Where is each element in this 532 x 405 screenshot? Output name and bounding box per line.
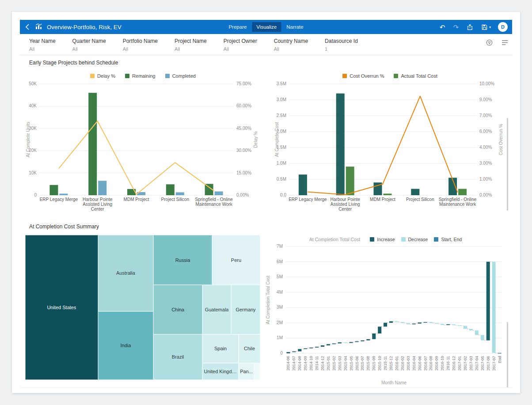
bar-actual-total-cost[interactable] bbox=[458, 189, 467, 195]
waterfall-bar[interactable] bbox=[344, 342, 347, 343]
waterfall-bar[interactable] bbox=[372, 333, 376, 339]
filter-project-name[interactable]: Project NameAll bbox=[175, 38, 207, 52]
treemap-cell-guatemala[interactable]: Guatemala bbox=[202, 285, 231, 334]
filter-project-owner[interactable]: Project OwnerAll bbox=[224, 38, 257, 52]
waterfall-bar[interactable] bbox=[458, 325, 461, 326]
waterfall-bar[interactable] bbox=[315, 347, 319, 348]
back-button[interactable] bbox=[24, 23, 30, 31]
save-button[interactable] bbox=[481, 23, 488, 31]
filter-year-name[interactable]: Year NameAll bbox=[29, 38, 56, 52]
legend-item-delay[interactable]: Delay % bbox=[90, 73, 115, 79]
bar-remaining[interactable] bbox=[166, 184, 175, 195]
waterfall-bar[interactable] bbox=[298, 349, 301, 351]
canvas-menu-icon[interactable] bbox=[501, 39, 509, 46]
waterfall-bar[interactable] bbox=[350, 342, 353, 343]
waterfall-bar[interactable] bbox=[366, 339, 370, 341]
svg-text:7.00%: 7.00% bbox=[479, 113, 492, 118]
waterfall-bar[interactable] bbox=[464, 326, 467, 329]
bar-completed[interactable] bbox=[215, 191, 223, 195]
waterfall-bar[interactable] bbox=[446, 324, 450, 325]
waterfall-bar[interactable] bbox=[338, 342, 342, 343]
waterfall-bar[interactable] bbox=[452, 324, 456, 325]
legend-item-cost-overrun[interactable]: Cost Overrun % bbox=[342, 73, 384, 79]
treemap-cell-australia[interactable]: Australia bbox=[98, 235, 153, 311]
waterfall-bar[interactable] bbox=[395, 321, 399, 322]
waterfall-bar[interactable] bbox=[332, 344, 336, 344]
waterfall-bar[interactable] bbox=[486, 262, 490, 341]
bar-actual-total-cost[interactable] bbox=[346, 167, 354, 195]
treemap-cell-china[interactable]: China bbox=[153, 285, 202, 334]
line-delay[interactable] bbox=[59, 121, 214, 194]
tab-visualize[interactable]: Visualize bbox=[252, 22, 281, 32]
treemap-cell-label: Chile bbox=[244, 346, 255, 351]
treemap-cell-united-states[interactable]: United States bbox=[25, 235, 98, 380]
user-avatar[interactable]: D bbox=[498, 22, 508, 32]
export-button[interactable] bbox=[466, 23, 474, 31]
legend-item-completed[interactable]: Completed bbox=[165, 73, 196, 79]
bar-at-complete-cost[interactable] bbox=[299, 174, 307, 195]
bar-at-complete-cost[interactable] bbox=[411, 189, 419, 195]
waterfall-bar[interactable] bbox=[292, 352, 296, 352]
treemap-cell-pan[interactable]: Pan... bbox=[239, 363, 254, 380]
legend-item-decrease[interactable]: Decrease bbox=[401, 237, 428, 242]
treemap-cell-united-kingdom[interactable]: United Kingdom bbox=[202, 363, 239, 380]
waterfall-bar[interactable] bbox=[286, 352, 290, 353]
waterfall-bar[interactable] bbox=[424, 322, 427, 323]
filter-datasource-id[interactable]: Datasource Id1 bbox=[325, 38, 358, 52]
waterfall-bar[interactable] bbox=[327, 344, 330, 345]
treemap-cell-spain[interactable]: Spain bbox=[202, 334, 239, 363]
save-menu-caret[interactable]: ▾ bbox=[489, 25, 491, 29]
treemap-cell-russia[interactable]: Russia bbox=[153, 235, 212, 285]
vertical-scrollbar-thumb[interactable] bbox=[507, 322, 508, 387]
waterfall-bar[interactable] bbox=[309, 348, 313, 348]
legend-item-increase[interactable]: Increase bbox=[370, 237, 395, 242]
treemap-cell-chile[interactable]: Chile bbox=[239, 334, 260, 363]
filter-quarter-name[interactable]: Quarter NameAll bbox=[72, 38, 106, 52]
svg-text:15.00%: 15.00% bbox=[236, 170, 251, 175]
treemap-cell-brazil[interactable]: Brazil bbox=[153, 334, 202, 380]
bar-at-complete-cost[interactable] bbox=[336, 94, 345, 195]
waterfall-bar[interactable] bbox=[355, 341, 359, 342]
redo-button[interactable]: ↷ bbox=[452, 23, 459, 31]
bar-remaining[interactable] bbox=[88, 93, 97, 195]
waterfall-bar[interactable] bbox=[321, 345, 324, 347]
waterfall-bar[interactable] bbox=[481, 335, 484, 341]
legend-item-remaining[interactable]: Remaining bbox=[125, 73, 156, 79]
filter-value: All bbox=[175, 46, 207, 52]
filter-country-name[interactable]: Country NameAll bbox=[274, 38, 308, 52]
waterfall-bar[interactable] bbox=[469, 329, 473, 330]
treemap-cell-india[interactable]: India bbox=[98, 311, 153, 380]
waterfall-bar[interactable] bbox=[492, 262, 496, 353]
treemap-cell[interactable] bbox=[254, 363, 260, 380]
bar-remaining[interactable] bbox=[49, 185, 58, 195]
undo-button[interactable]: ↶ bbox=[439, 23, 446, 31]
waterfall-bar[interactable] bbox=[401, 322, 404, 323]
waterfall-bar[interactable] bbox=[304, 348, 307, 349]
waterfall-bar[interactable] bbox=[389, 321, 393, 322]
tab-prepare[interactable]: Prepare bbox=[224, 22, 251, 32]
bar-actual-total-cost[interactable] bbox=[384, 193, 392, 195]
waterfall-bar[interactable] bbox=[418, 322, 422, 323]
treemap-cell-germany[interactable]: Germany bbox=[231, 285, 260, 334]
waterfall-bar[interactable] bbox=[384, 323, 387, 327]
waterfall-bar[interactable] bbox=[378, 327, 381, 334]
waterfall-bar[interactable] bbox=[412, 324, 416, 325]
filter-icon[interactable] bbox=[486, 39, 493, 46]
waterfall-bar[interactable] bbox=[441, 324, 444, 325]
tab-narrate[interactable]: Narrate bbox=[282, 22, 308, 32]
legend-item-start-end[interactable]: Start, End bbox=[434, 237, 462, 242]
bar-completed[interactable] bbox=[176, 192, 184, 195]
waterfall-bar[interactable] bbox=[475, 330, 479, 335]
line-cost-overrun[interactable] bbox=[308, 96, 457, 195]
waterfall-bar[interactable] bbox=[361, 341, 364, 341]
waterfall-bar[interactable] bbox=[435, 323, 438, 324]
filter-portfolio-name[interactable]: Portfolio NameAll bbox=[123, 38, 158, 52]
waterfall-bar[interactable] bbox=[498, 353, 502, 354]
legend-item-actual-total-cost[interactable]: Actual Total Cost bbox=[394, 73, 437, 79]
vertical-scrollbar-thumb[interactable] bbox=[507, 118, 508, 211]
treemap-cell-peru[interactable]: Peru bbox=[212, 235, 260, 285]
waterfall-bar[interactable] bbox=[429, 322, 433, 323]
bar-completed[interactable] bbox=[59, 193, 68, 195]
waterfall-bar[interactable] bbox=[407, 323, 410, 325]
bar-completed[interactable] bbox=[98, 181, 106, 195]
